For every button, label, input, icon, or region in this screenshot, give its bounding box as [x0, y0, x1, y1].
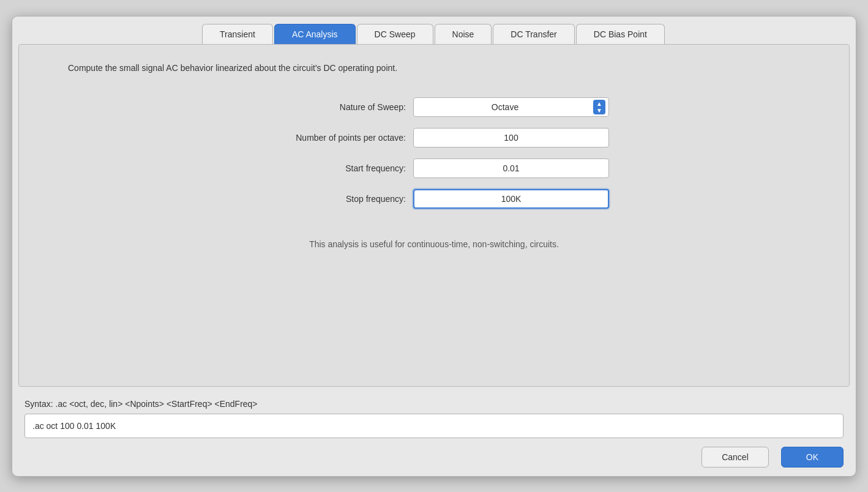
button-row: Cancel OK	[12, 438, 856, 476]
start-freq-row: Start frequency:	[259, 158, 609, 178]
content-area: Compute the small signal AC behavior lin…	[18, 44, 850, 387]
nature-of-sweep-row: Nature of Sweep: Octave Decade Linear ▲ …	[259, 97, 609, 117]
nature-of-sweep-wrapper: Octave Decade Linear ▲ ▼	[413, 97, 609, 117]
description-text: Compute the small signal AC behavior lin…	[56, 63, 812, 73]
num-points-row: Number of points per octave:	[259, 128, 609, 147]
syntax-input[interactable]	[24, 414, 844, 438]
tab-dc-sweep[interactable]: DC Sweep	[357, 24, 433, 44]
note-text: This analysis is useful for continuous-t…	[56, 239, 812, 249]
stop-freq-row: Stop frequency:	[259, 189, 609, 209]
dialog: Transient AC Analysis DC Sweep Noise DC …	[12, 16, 856, 477]
nature-of-sweep-select[interactable]: Octave Decade Linear	[413, 97, 609, 117]
syntax-section: Syntax: .ac <oct, dec, lin> <Npoints> <S…	[12, 393, 856, 438]
form-section: Nature of Sweep: Octave Decade Linear ▲ …	[56, 97, 812, 209]
start-freq-label: Start frequency:	[259, 163, 406, 173]
cancel-button[interactable]: Cancel	[702, 447, 769, 468]
syntax-label: Syntax: .ac <oct, dec, lin> <Npoints> <S…	[24, 399, 844, 409]
tab-noise[interactable]: Noise	[435, 24, 492, 44]
tab-dc-bias-point[interactable]: DC Bias Point	[576, 24, 665, 44]
tab-transient[interactable]: Transient	[202, 24, 273, 44]
start-freq-input[interactable]	[413, 158, 609, 178]
stop-freq-input[interactable]	[413, 189, 609, 209]
ok-button[interactable]: OK	[781, 447, 844, 468]
num-points-input[interactable]	[413, 128, 609, 147]
tab-ac-analysis[interactable]: AC Analysis	[274, 24, 356, 44]
tab-bar: Transient AC Analysis DC Sweep Noise DC …	[12, 17, 856, 44]
num-points-label: Number of points per octave:	[259, 133, 406, 143]
stop-freq-label: Stop frequency:	[259, 194, 406, 204]
nature-of-sweep-label: Nature of Sweep:	[259, 102, 406, 112]
tab-dc-transfer[interactable]: DC Transfer	[493, 24, 574, 44]
